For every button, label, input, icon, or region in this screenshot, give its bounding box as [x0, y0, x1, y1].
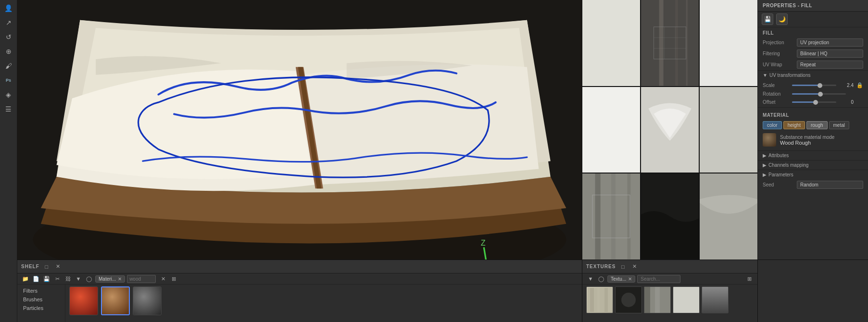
seed-label: Seed: [763, 182, 794, 187]
projection-value[interactable]: UV projection: [797, 38, 863, 47]
material-tag[interactable]: Materi... ✕: [95, 275, 125, 283]
projection-label: Projection: [763, 40, 794, 45]
save-button[interactable]: 💾: [762, 13, 773, 25]
bottom-row: SHELF □ ✕ 📁 📄 💾 ✂ ⛓ ▼ ◯ Materi... ✕: [17, 260, 868, 322]
person-icon[interactable]: 👤: [2, 2, 15, 14]
shelf-grid-view[interactable]: ⊞: [169, 274, 178, 283]
height-button[interactable]: height: [783, 121, 805, 129]
svg-rect-28: [604, 288, 608, 312]
scale-slider[interactable]: [792, 85, 836, 86]
ps-icon[interactable]: Ps: [2, 74, 15, 87]
textures-search-input[interactable]: [637, 275, 680, 283]
parameters-collapse[interactable]: ▶ Parameters: [758, 170, 868, 179]
shelf-filter-row: 📁 📄 💾 ✂ ⛓ ▼ ◯ Materi... ✕ ✕ ⊞: [17, 273, 582, 285]
tex-cell-8: [700, 173, 757, 260]
tex-filter-icon[interactable]: ▼: [586, 274, 595, 283]
uv-wrap-value[interactable]: Repeat: [797, 61, 863, 69]
uv-transformations-collapse[interactable]: ▼ UV transformations: [758, 70, 868, 80]
texture-thumb-0[interactable]: [586, 286, 613, 313]
moon-button[interactable]: 🌙: [776, 13, 788, 25]
color-button[interactable]: color: [763, 121, 782, 129]
brush-icon[interactable]: 🖌: [2, 60, 15, 72]
svg-rect-8: [641, 0, 699, 86]
shelf-close-btn[interactable]: ✕: [54, 262, 63, 271]
fill-section-title: FILL: [758, 27, 868, 37]
svg-rect-26: [590, 288, 594, 312]
textures-tab-close[interactable]: ✕: [628, 276, 632, 282]
shelf-nav-particles[interactable]: Particles: [17, 304, 65, 312]
shelf-item-2[interactable]: [133, 286, 162, 315]
offset-slider[interactable]: [792, 101, 836, 103]
texture-thumb-4[interactable]: [702, 286, 729, 313]
tex-cell-2: [700, 0, 757, 86]
move-icon[interactable]: ↗: [2, 16, 15, 29]
textures-minimize-btn[interactable]: □: [618, 262, 627, 271]
textures-tab[interactable]: Textu... ✕: [607, 275, 635, 283]
shelf-clear-search[interactable]: ✕: [159, 274, 167, 283]
properties-bottom: [757, 260, 868, 322]
collapse-arrow: ▼: [763, 73, 767, 78]
svg-rect-33: [655, 287, 660, 313]
tex-cell-0: [582, 0, 640, 86]
uv-wrap-row: UV Wrap Repeat: [758, 59, 868, 70]
svg-rect-19: [595, 173, 600, 260]
main-viewport[interactable]: X Z Y: [17, 0, 582, 260]
stamp-icon[interactable]: ◈: [2, 88, 15, 101]
shelf-minimize-btn[interactable]: □: [42, 262, 51, 271]
shelf-nav: Filters Brushes Particles: [17, 285, 65, 322]
material-section: MATERIAL color height rough metal Substa…: [758, 107, 868, 150]
params-arrow: ▶: [763, 172, 767, 177]
shelf-nav-brushes[interactable]: Brushes: [17, 295, 65, 304]
scale-icon[interactable]: ⊕: [2, 45, 15, 58]
filtering-value[interactable]: Bilinear | HQ: [797, 50, 863, 58]
left-toolbar: 👤 ↗ ↺ ⊕ 🖌 Ps ◈ ☰: [0, 0, 17, 322]
seed-row: Seed Random: [758, 179, 868, 190]
tex-cell-7: [641, 173, 699, 260]
texture-thumb-1[interactable]: [615, 286, 642, 313]
shelf-item-1[interactable]: [101, 286, 130, 315]
texture-thumb-3[interactable]: [673, 286, 700, 313]
tag-close-icon[interactable]: ✕: [118, 276, 122, 282]
metal-button[interactable]: metal: [829, 121, 849, 129]
textures-panel: TEXTURES □ ✕ ▼ ◯ Textu... ✕ ⊞: [582, 260, 757, 322]
tex-grid-view[interactable]: ⊞: [745, 274, 754, 283]
svg-point-30: [621, 293, 636, 307]
channels-arrow: ▶: [763, 162, 767, 168]
layers-icon[interactable]: ☰: [2, 103, 15, 115]
folder-icon[interactable]: 📁: [21, 274, 30, 283]
rotation-slider[interactable]: [792, 93, 846, 95]
shelf-title: SHELF: [21, 264, 39, 269]
scale-label: Scale: [763, 83, 789, 88]
cut-icon[interactable]: ✂: [53, 274, 62, 283]
svg-rect-20: [611, 173, 616, 260]
texture-thumb-2[interactable]: [644, 286, 671, 313]
projection-row: Projection UV projection: [758, 37, 868, 48]
filtering-label: Filtering: [763, 51, 794, 56]
textures-close-btn[interactable]: ✕: [630, 262, 639, 271]
substance-row: Substance material mode Wood Rough: [758, 131, 868, 149]
svg-rect-32: [644, 287, 650, 313]
save-shelf-icon[interactable]: 💾: [42, 274, 51, 283]
material-section-title: MATERIAL: [758, 110, 868, 119]
shelf-nav-filters[interactable]: Filters: [17, 286, 65, 295]
channels-collapse[interactable]: ▶ Channels mapping: [758, 160, 868, 170]
tex-cell-1: [641, 0, 699, 86]
filter-icon[interactable]: ▼: [74, 274, 83, 283]
shelf-item-0[interactable]: [69, 286, 98, 315]
uv-section: Scale 2.4 🔒 Rotation: [758, 80, 868, 107]
rough-button[interactable]: rough: [806, 121, 828, 129]
circle-icon[interactable]: ◯: [85, 274, 93, 283]
link-icon[interactable]: ⛓: [63, 274, 72, 283]
shelf-panel: SHELF □ ✕ 📁 📄 💾 ✂ ⛓ ▼ ◯ Materi... ✕: [17, 260, 582, 322]
attributes-collapse[interactable]: ▶ Attributes: [758, 150, 868, 160]
rotate-icon[interactable]: ↺: [2, 31, 15, 43]
texture-viewer: [582, 0, 757, 260]
lock-icon[interactable]: 🔒: [856, 82, 863, 88]
uv-wrap-label: UV Wrap: [763, 62, 794, 67]
new-file-icon[interactable]: 📄: [32, 274, 40, 283]
shelf-search-input[interactable]: [127, 275, 156, 283]
textures-title: TEXTURES: [586, 264, 616, 269]
texture-items: [582, 285, 757, 315]
seed-value[interactable]: Random: [797, 181, 863, 189]
tex-circle-icon[interactable]: ◯: [597, 274, 605, 283]
